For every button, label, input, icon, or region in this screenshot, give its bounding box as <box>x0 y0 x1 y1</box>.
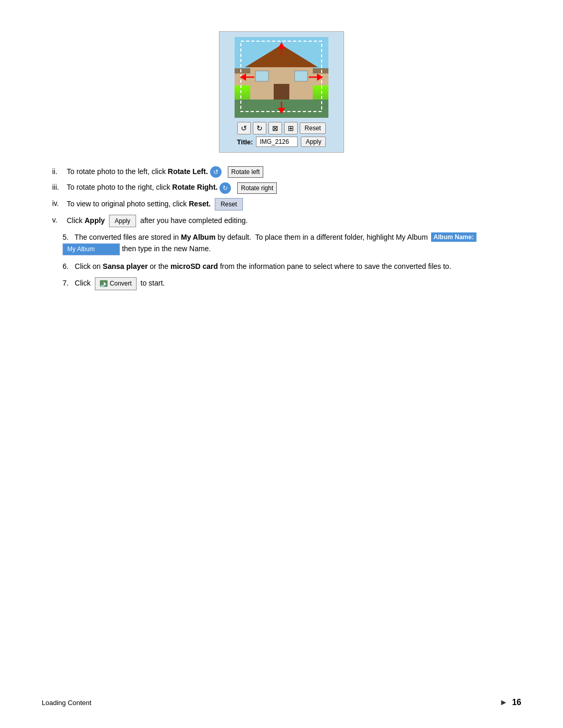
page-footer: Loading Content ► 16 <box>42 698 521 707</box>
reset-btn-toolbar[interactable]: Reset <box>300 122 325 134</box>
apply-btn-toolbar[interactable]: Apply <box>301 137 326 147</box>
move-btn[interactable]: ⊞ <box>284 122 298 134</box>
text-reset: To view to original photo setting, click… <box>67 198 521 211</box>
editor-toolbar: ↺ ↻ ⊠ ⊞ Reset <box>237 122 325 134</box>
footer-right: ► 16 <box>499 698 521 707</box>
svg-rect-5 <box>295 71 308 81</box>
svg-rect-4 <box>255 71 268 81</box>
num-item-6: 6. Click on Sansa player or the microSD … <box>63 261 521 272</box>
instruction-rotate-left: ii. To rotate photo to the left, click R… <box>52 166 521 178</box>
album-name-value[interactable]: My Album <box>63 243 120 255</box>
num-7: 7. <box>63 279 69 288</box>
roman-v: v. <box>52 215 67 226</box>
nav-arrow-icon[interactable]: ► <box>499 698 508 707</box>
text-rotate-left: To rotate photo to the left, click Rotat… <box>67 166 521 178</box>
rotate-right-btn[interactable]: ↻ <box>253 122 266 134</box>
photo-svg <box>235 37 328 118</box>
instruction-rotate-right: iii. To rotate photo to the right, click… <box>52 182 521 193</box>
svg-marker-14 <box>317 73 323 81</box>
title-input[interactable] <box>256 137 298 147</box>
roman-iv: iv. <box>52 198 67 209</box>
numbered-list: 5. The converted files are stored in My … <box>42 231 521 291</box>
title-label: Title: <box>237 138 253 146</box>
num-6: 6. <box>63 262 69 270</box>
rotate-right-labeled-btn[interactable]: Rotate right <box>237 182 277 194</box>
title-row: Title: Apply <box>237 137 326 147</box>
album-name-label: Album Name: <box>431 232 476 242</box>
roman-iii: iii. <box>52 182 67 193</box>
rotate-right-icon-btn[interactable]: ↻ <box>219 182 231 194</box>
crop-btn[interactable]: ⊠ <box>268 122 282 134</box>
page-number: 16 <box>512 698 521 707</box>
rotate-left-btn[interactable]: ↺ <box>237 122 251 134</box>
num-item-5: 5. The converted files are stored in My … <box>63 231 521 255</box>
svg-rect-18 <box>101 285 104 287</box>
apply-labeled-btn[interactable]: Apply <box>109 215 136 227</box>
footer-left-label: Loading Content <box>42 699 91 707</box>
convert-icon <box>100 280 108 288</box>
photo-image <box>235 37 328 118</box>
text-apply: Click Apply Apply after you have complet… <box>67 215 521 227</box>
num-item-7: 7. Click Convert to start. <box>63 277 521 290</box>
instruction-apply: v. Click Apply Apply after you have comp… <box>52 215 521 227</box>
svg-rect-3 <box>274 84 289 100</box>
instruction-reset: iv. To view to original photo setting, c… <box>52 198 521 211</box>
photo-editor-box: ↺ ↻ ⊠ ⊞ Reset Title: Apply <box>219 31 344 153</box>
sub-instructions: ii. To rotate photo to the left, click R… <box>42 166 521 227</box>
rotate-left-icon-btn[interactable]: ↺ <box>210 166 222 178</box>
roman-ii: ii. <box>52 166 67 177</box>
rotate-left-labeled-btn[interactable]: Rotate left <box>228 166 264 178</box>
reset-labeled-btn[interactable]: Reset <box>215 198 242 211</box>
convert-btn[interactable]: Convert <box>95 277 137 290</box>
photo-area <box>235 37 328 118</box>
num-5: 5. <box>63 233 69 241</box>
text-rotate-right: To rotate photo to the right, click Rota… <box>67 182 521 193</box>
